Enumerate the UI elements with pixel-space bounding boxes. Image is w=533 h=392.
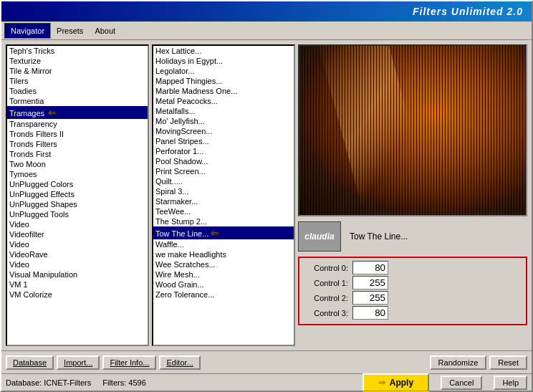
status-bar: Database: ICNET-Filters Filters: 4596 ⇒ … bbox=[1, 373, 532, 391]
filter-item[interactable]: Pool Shadow... bbox=[153, 156, 294, 166]
filter-name-display: Tow The Line... bbox=[347, 230, 527, 243]
list-item[interactable]: VM 1 bbox=[7, 279, 148, 290]
apply-arrow-icon: ⇒ bbox=[378, 378, 385, 388]
control-2-label: Control 2: bbox=[302, 294, 352, 302]
apply-button[interactable]: ⇒ Apply bbox=[362, 373, 429, 392]
control-1-value[interactable] bbox=[352, 276, 388, 290]
tow-line-arrow-icon: ⇐ bbox=[211, 227, 219, 239]
list-item-unplugged-effects[interactable]: UnPlugged Effects bbox=[7, 189, 148, 199]
filter-item[interactable]: we make Headlights bbox=[153, 249, 294, 259]
filter-info-bar: claudia Tow The Line... bbox=[298, 219, 527, 254]
randomize-button[interactable]: Randomize bbox=[430, 355, 487, 370]
list-item-unplugged-tools[interactable]: UnPlugged Tools bbox=[7, 209, 148, 219]
list-item[interactable]: Videofilter bbox=[7, 229, 148, 239]
control-3-value[interactable] bbox=[352, 306, 388, 320]
list-item[interactable]: Tilers bbox=[7, 76, 148, 86]
preview-area bbox=[298, 44, 527, 216]
list-item[interactable]: Tymoes bbox=[7, 169, 148, 179]
filter-item[interactable]: Panel Stripes... bbox=[153, 136, 294, 146]
filter-item-the-stump[interactable]: The Stump 2... bbox=[153, 216, 294, 226]
filter-item[interactable]: Starmaker... bbox=[153, 196, 294, 206]
filter-item[interactable]: Legolator... bbox=[153, 66, 294, 76]
menu-item-about[interactable]: About bbox=[89, 23, 121, 39]
menu-bar: Navigator Presets About bbox=[1, 21, 532, 40]
title-bar-text: Filters Unlimited 2.0 bbox=[4, 6, 529, 17]
filter-item[interactable]: Mo' Jellyfish... bbox=[153, 116, 294, 126]
database-status-label: Database: bbox=[6, 378, 42, 387]
filter-item[interactable]: Wood Grain... bbox=[153, 279, 294, 290]
bottom-toolbar: Database Import... Filter Info... Editor… bbox=[1, 350, 532, 373]
claudia-svg: claudia bbox=[299, 222, 340, 251]
filters-status-label: Filters: bbox=[102, 378, 126, 387]
list-item-unplugged-colors[interactable]: UnPlugged Colors bbox=[7, 179, 148, 189]
filter-item[interactable]: Wire Mesh... bbox=[153, 269, 294, 279]
list-item[interactable]: Texturize bbox=[7, 56, 148, 66]
filter-item[interactable]: TeeWee... bbox=[153, 206, 294, 216]
tramages-arrow-icon: ⇐ bbox=[48, 107, 57, 118]
help-button[interactable]: Help bbox=[494, 376, 527, 390]
filter-item[interactable]: Perforator 1... bbox=[153, 146, 294, 156]
control-0-label: Control 0: bbox=[302, 264, 352, 272]
list-item-tramages[interactable]: Tramages ⇐ bbox=[7, 106, 148, 119]
control-3-label: Control 3: bbox=[302, 309, 352, 317]
filter-item[interactable]: Zero Tolerance... bbox=[153, 290, 294, 300]
list-item[interactable]: Visual Manipulation bbox=[7, 269, 148, 279]
database-status: Database: ICNET-Filters bbox=[6, 378, 91, 387]
list-item[interactable]: Transparency bbox=[7, 119, 148, 129]
filter-info-button[interactable]: Filter Info... bbox=[102, 355, 156, 370]
filter-item[interactable]: Quilt..... bbox=[153, 176, 294, 186]
reset-button[interactable]: Reset bbox=[489, 355, 527, 370]
right-panel: claudia Tow The Line... Control 0: Contr… bbox=[298, 44, 527, 346]
list-item[interactable]: Two Moon bbox=[7, 159, 148, 169]
list-item[interactable]: Tormentia bbox=[7, 96, 148, 106]
filter-item[interactable]: Print Screen... bbox=[153, 166, 294, 176]
control-1-label: Control 1: bbox=[302, 279, 352, 287]
list-item[interactable]: Teph's Tricks bbox=[7, 46, 148, 56]
filters-panel: Hex Lattice... Holidays in Egypt... Lego… bbox=[152, 44, 295, 346]
list-item[interactable]: Tronds First bbox=[7, 149, 148, 159]
list-item[interactable]: Tile & Mirror bbox=[7, 66, 148, 76]
svg-text:claudia: claudia bbox=[304, 231, 335, 242]
filter-item[interactable]: Spiral 3... bbox=[153, 186, 294, 196]
lines-effect bbox=[299, 46, 526, 215]
list-item[interactable]: Tronds Filters II bbox=[7, 129, 148, 139]
list-item-unplugged-shapes[interactable]: UnPlugged Shapes bbox=[7, 199, 148, 209]
editor-button[interactable]: Editor... bbox=[159, 355, 200, 370]
filter-item[interactable]: Waffle... bbox=[153, 239, 294, 249]
filter-item[interactable]: MovingScreen... bbox=[153, 126, 294, 136]
menu-item-presets[interactable]: Presets bbox=[51, 23, 89, 39]
list-item[interactable]: Toadies bbox=[7, 86, 148, 96]
list-item[interactable]: Video bbox=[7, 259, 148, 269]
list-item[interactable]: Tronds Filters bbox=[7, 139, 148, 149]
controls-area: Control 0: Control 1: Control 2: Control… bbox=[298, 257, 527, 325]
filter-item[interactable]: Metalfalls... bbox=[153, 106, 294, 116]
filter-item[interactable]: Metal Peacocks... bbox=[153, 96, 294, 106]
control-row-2: Control 2: bbox=[302, 291, 523, 305]
title-bar: Filters Unlimited 2.0 bbox=[1, 1, 532, 21]
import-button[interactable]: Import... bbox=[57, 355, 100, 370]
filter-list[interactable]: Hex Lattice... Holidays in Egypt... Lego… bbox=[152, 44, 295, 346]
menu-item-navigator[interactable]: Navigator bbox=[4, 23, 51, 39]
main-window: Filters Unlimited 2.0 Navigator Presets … bbox=[0, 0, 533, 392]
cancel-button[interactable]: Cancel bbox=[441, 376, 482, 390]
list-item[interactable]: Video bbox=[7, 239, 148, 249]
list-item[interactable]: Video bbox=[7, 219, 148, 229]
database-button[interactable]: Database bbox=[6, 355, 54, 370]
filter-item[interactable]: Hex Lattice... bbox=[153, 46, 294, 56]
filter-item[interactable]: Mapped Thingies... bbox=[153, 76, 294, 86]
filter-item[interactable]: Marble Madness One... bbox=[153, 86, 294, 96]
filter-item[interactable]: Holidays in Egypt... bbox=[153, 56, 294, 66]
vertical-lines bbox=[299, 46, 526, 215]
filter-item[interactable]: Wee Scratches... bbox=[153, 259, 294, 269]
database-status-value: ICNET-Filters bbox=[44, 378, 91, 387]
claudia-logo: claudia bbox=[298, 221, 341, 252]
filter-item-tow-the-line[interactable]: Tow The Line... ⇐ bbox=[153, 226, 294, 239]
list-item[interactable]: VideoRave bbox=[7, 249, 148, 259]
main-content: Teph's Tricks Texturize Tile & Mirror Ti… bbox=[1, 40, 532, 350]
category-list[interactable]: Teph's Tricks Texturize Tile & Mirror Ti… bbox=[6, 44, 149, 346]
control-row-0: Control 0: bbox=[302, 261, 523, 274]
control-2-value[interactable] bbox=[352, 291, 388, 305]
list-item[interactable]: VM Colorize bbox=[7, 290, 148, 300]
control-0-value[interactable] bbox=[352, 261, 388, 274]
control-row-1: Control 1: bbox=[302, 276, 523, 290]
